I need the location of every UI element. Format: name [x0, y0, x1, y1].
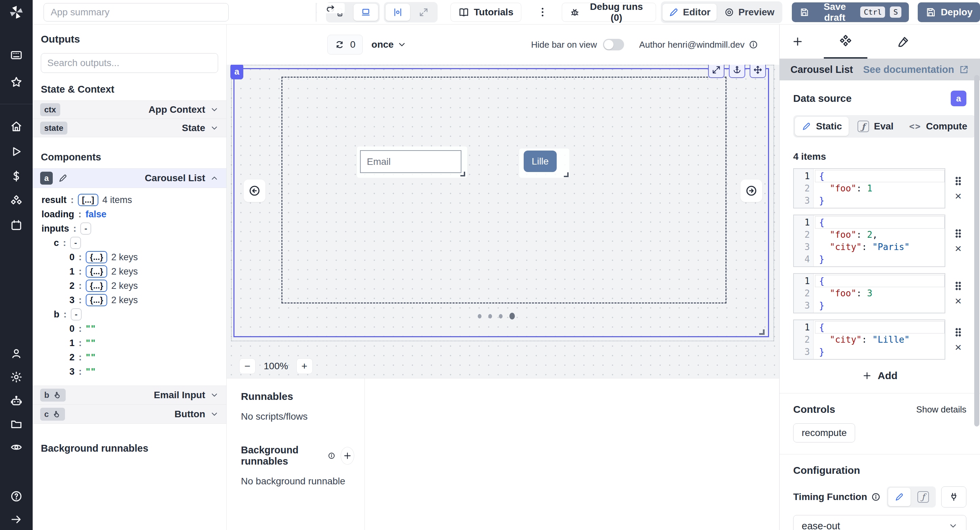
object-badge[interactable]: {...} [86, 294, 107, 306]
carousel-next-button[interactable] [740, 179, 762, 202]
show-details-link[interactable]: Show details [916, 404, 966, 415]
drag-handle-icon[interactable] [955, 229, 961, 238]
add-item-button[interactable]: Add [862, 370, 897, 382]
preview-tab[interactable]: Preview [718, 4, 781, 21]
variables-dollar-icon[interactable] [10, 170, 23, 183]
drag-handle-icon[interactable] [955, 176, 961, 186]
compute-mode-button[interactable]: <> Compute [902, 117, 974, 136]
apps-icon[interactable] [10, 48, 23, 61]
more-menu-icon[interactable] [539, 5, 546, 19]
resources-blocks-icon[interactable] [10, 194, 23, 207]
timing-function-select[interactable]: ease-out [793, 515, 966, 530]
user-icon[interactable] [10, 347, 23, 360]
deploy-button[interactable]: Deploy [918, 2, 980, 22]
workers-robot-icon[interactable] [10, 394, 23, 407]
info-icon[interactable] [871, 492, 881, 502]
audit-eye-icon[interactable] [10, 441, 23, 454]
drag-handle-icon[interactable] [955, 281, 961, 291]
desktop-view-button[interactable] [353, 4, 378, 21]
static-pencil-button[interactable] [888, 488, 911, 506]
frequency-dropdown[interactable]: once [372, 39, 407, 50]
component-a-row[interactable]: a Carousel List [33, 168, 226, 188]
settings-tab[interactable] [824, 24, 867, 59]
folders-icon[interactable] [10, 418, 23, 431]
chevron-down-icon[interactable] [210, 410, 219, 418]
delete-item-icon[interactable]: × [955, 244, 962, 253]
object-badge[interactable]: {...} [86, 265, 107, 278]
delete-item-icon[interactable]: × [955, 342, 962, 352]
tutorials-button[interactable]: Tutorials [450, 3, 521, 22]
state-row[interactable]: state State [33, 119, 226, 137]
resize-handle[interactable] [460, 172, 465, 176]
app-canvas[interactable]: a Lille − [227, 65, 779, 378]
email-input-cell[interactable] [357, 147, 467, 178]
recompute-button[interactable]: recompute [793, 423, 855, 442]
home-icon[interactable] [10, 120, 23, 133]
chevron-up-icon[interactable] [210, 174, 219, 183]
save-draft-button[interactable]: Save draft Ctrl S [792, 2, 909, 22]
tree-row[interactable]: b:- [41, 307, 226, 322]
delete-item-icon[interactable]: × [955, 296, 962, 305]
object-badge[interactable]: {...} [86, 251, 107, 263]
info-icon[interactable] [749, 40, 758, 49]
eval-function-button[interactable]: ƒ [912, 488, 934, 506]
fullwidth-button[interactable] [411, 4, 436, 21]
tree-row[interactable]: c:- [41, 236, 226, 250]
help-icon[interactable] [10, 490, 23, 503]
eval-mode-button[interactable]: ƒ Eval [851, 117, 900, 136]
chevron-down-icon[interactable] [210, 124, 219, 132]
refresh-counter-button[interactable]: 0 [327, 35, 363, 54]
info-icon[interactable] [328, 451, 336, 461]
lille-button[interactable]: Lille [524, 150, 557, 172]
object-badge[interactable]: {...} [86, 279, 107, 292]
tree-row[interactable]: 2:{...}2 keys [41, 279, 226, 293]
static-mode-button[interactable]: Static [795, 117, 849, 136]
settings-gear-icon[interactable] [10, 370, 23, 383]
resize-handle[interactable] [564, 172, 569, 177]
insert-component-tab[interactable] [786, 24, 810, 59]
edit-id-pencil-icon[interactable] [58, 173, 68, 183]
component-id-label[interactable]: a [231, 65, 243, 79]
runs-play-icon[interactable] [10, 145, 23, 158]
schedules-calendar-icon[interactable] [10, 219, 23, 231]
tree-row[interactable]: 1:"" [41, 336, 226, 350]
component-b-row[interactable]: b Email Input [33, 386, 226, 405]
editor-tab[interactable]: Editor [662, 4, 717, 21]
tree-row[interactable]: inputs:- [41, 221, 226, 236]
json-editor[interactable]: 123 { "foo": 1 } [793, 168, 945, 208]
move-component-button[interactable] [749, 65, 766, 78]
redo-button[interactable] [316, 3, 317, 13]
debug-runs-button[interactable]: Debug runs (0) [562, 3, 656, 22]
carousel-component-selection[interactable]: a Lille [234, 68, 769, 337]
expand-component-button[interactable] [708, 65, 724, 78]
connect-plug-button[interactable] [941, 486, 966, 508]
ctx-row[interactable]: ctx App Context [33, 101, 226, 119]
collapse-badge[interactable]: - [71, 308, 82, 321]
tree-row[interactable]: result:[...]4 items [41, 193, 226, 207]
tree-row[interactable]: 0:"" [41, 322, 226, 336]
collapse-arrow-icon[interactable] [10, 513, 23, 526]
drag-handle-icon[interactable] [955, 328, 961, 337]
chevron-down-icon[interactable] [210, 105, 219, 114]
button-cell[interactable]: Lille [519, 148, 569, 178]
tree-row[interactable]: 1:{...}2 keys [41, 264, 226, 279]
json-editor[interactable]: 123 { "city": "Lille" } [793, 319, 945, 360]
styling-tab[interactable] [882, 24, 925, 59]
array-badge[interactable]: [...] [78, 194, 98, 206]
json-editor[interactable]: 123 { "foo": 3 } [793, 273, 945, 313]
center-align-button[interactable] [385, 4, 410, 21]
hide-bar-toggle[interactable] [603, 39, 624, 50]
tree-row[interactable]: loading:false [41, 207, 226, 221]
component-c-row[interactable]: c Button [33, 405, 226, 424]
carousel-container[interactable] [282, 77, 727, 303]
search-outputs-input[interactable] [41, 53, 218, 73]
email-input[interactable] [360, 150, 461, 173]
carousel-pagination-dots[interactable] [478, 313, 532, 319]
component-resize-handle[interactable] [759, 329, 765, 335]
tree-row[interactable]: 2:"" [41, 350, 226, 364]
tree-row[interactable]: 3:"" [41, 364, 226, 379]
zoom-in-button[interactable]: + [296, 358, 313, 374]
right-panel-scrollbar[interactable] [974, 75, 979, 426]
collapse-badge[interactable]: - [80, 222, 91, 235]
app-summary-input[interactable] [43, 3, 229, 21]
